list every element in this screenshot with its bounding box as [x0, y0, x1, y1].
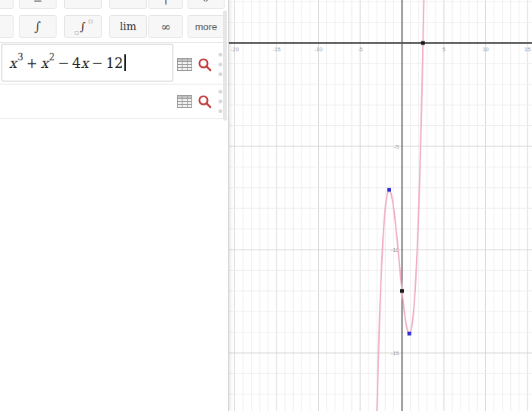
poi-y-intercept[interactable]	[400, 289, 404, 293]
y-tick-label: -15	[391, 350, 399, 357]
toolbar-button-partial-5[interactable]: ∂	[188, 0, 225, 9]
x-tick-label: 15	[524, 46, 530, 53]
sidebar-scrollbar-thumb[interactable]	[223, 11, 227, 121]
toolbar-separator	[0, 42, 228, 43]
x-tick-label: -20	[231, 46, 239, 53]
graph-canvas[interactable]: -20-15-10-551015-5-10-15	[229, 0, 532, 411]
function-curve	[375, 0, 425, 411]
toolbar-button-edge[interactable]	[0, 15, 14, 38]
row-separator	[0, 118, 228, 119]
math-input-field[interactable]: x3 + x2 − 4x − 12	[2, 44, 173, 81]
x-tick-label: -15	[273, 46, 281, 53]
expr-variable: x	[9, 55, 17, 71]
poi-local-max[interactable]	[387, 188, 391, 192]
x-tick-label: 10	[482, 46, 488, 53]
table-icon[interactable]	[177, 58, 192, 71]
expr-operator: −	[58, 55, 69, 71]
poi-local-min[interactable]	[408, 332, 411, 336]
button-label: more	[195, 21, 218, 32]
button-label: ⋯	[78, 0, 89, 5]
expr-operator: +	[26, 55, 38, 71]
button-label: ∂	[203, 0, 209, 5]
row1-actions	[177, 53, 222, 76]
toolbar-button-partial-3[interactable]: ⋯	[109, 0, 147, 9]
integral-button[interactable]: ∫	[19, 15, 57, 38]
sidebar: ≥ ⋯ ⋯ | ∂ ∫ ∫ □ □ lim ∞ more x3 + x2 − 4…	[0, 0, 229, 411]
expr-number: 12	[105, 55, 123, 71]
x-tick-label: -10	[314, 46, 323, 53]
infinity-button[interactable]: ∞	[148, 15, 183, 38]
expr-exponent: 3	[17, 52, 23, 63]
y-tick-label: -5	[394, 143, 399, 150]
drag-handle-icon[interactable]	[219, 53, 222, 76]
function-plot: -20-15-10-551015-5-10-15	[229, 0, 532, 411]
search-icon[interactable]	[197, 94, 212, 109]
expr-variable: x	[41, 55, 48, 71]
x-tick-label: 5	[442, 46, 445, 53]
toolbar-button-partial-4[interactable]: |	[148, 0, 183, 9]
x-tick-label: -5	[358, 46, 363, 53]
more-button[interactable]: more	[188, 15, 225, 38]
lower-bound-box: □	[75, 29, 79, 35]
text-caret	[124, 54, 126, 71]
toolbar-button-partial-edge[interactable]	[0, 0, 14, 9]
table-icon[interactable]	[177, 95, 192, 108]
limit-button[interactable]: lim	[109, 15, 147, 38]
expr-exponent: 2	[49, 52, 55, 63]
expr-variable: x	[81, 55, 88, 71]
button-label: |	[164, 0, 167, 5]
button-label: ⋯	[123, 0, 134, 5]
expression: x3 + x2 − 4x − 12	[9, 44, 126, 81]
button-label: ≥	[33, 0, 43, 5]
definite-integral-button[interactable]: ∫ □ □	[64, 15, 102, 38]
expr-operator: −	[91, 55, 102, 71]
button-label: lim	[120, 20, 136, 32]
integral-icon: ∫	[35, 19, 41, 34]
toolbar-button-partial-2[interactable]: ⋯	[64, 0, 102, 9]
row2-actions	[177, 90, 222, 113]
infinity-icon: ∞	[161, 20, 170, 34]
expr-number: 4	[72, 55, 81, 71]
drag-handle-icon[interactable]	[219, 90, 222, 113]
integral-icon: ∫	[80, 20, 86, 33]
search-icon[interactable]	[197, 57, 212, 72]
upper-bound-box: □	[88, 18, 93, 23]
toolbar-button-partial-1[interactable]: ≥	[19, 0, 57, 9]
poi-x-intercept[interactable]	[421, 41, 425, 45]
